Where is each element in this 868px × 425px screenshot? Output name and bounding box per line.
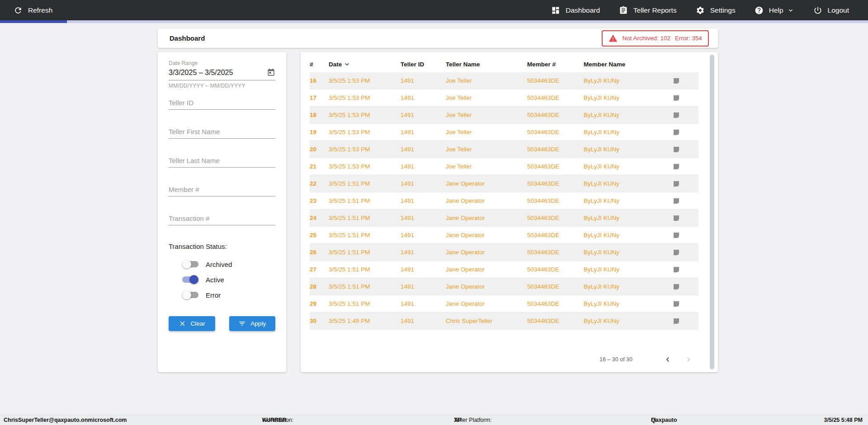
column-header-member-name[interactable]: Member Name xyxy=(584,61,670,68)
nav-help[interactable]: Help xyxy=(755,6,794,15)
note-icon[interactable] xyxy=(672,111,680,119)
row-member-num: 5034463DE xyxy=(527,318,584,324)
row-number: 26 xyxy=(310,249,329,256)
table-row[interactable]: 21 3/5/25 1:53 PM 1491 Joe Teller 503446… xyxy=(310,158,698,175)
row-date: 3/5/25 1:51 PM xyxy=(329,266,401,273)
row-member-name: ByLyJI KUNy xyxy=(584,232,670,238)
note-icon[interactable] xyxy=(672,77,680,85)
pagination-prev-button[interactable] xyxy=(663,355,672,364)
row-date: 3/5/25 1:53 PM xyxy=(329,129,401,135)
row-member-name: ByLyJI KUNy xyxy=(584,266,670,273)
table-row[interactable]: 19 3/5/25 1:53 PM 1491 Joe Teller 503446… xyxy=(310,124,698,141)
chevron-right-icon xyxy=(684,355,693,364)
nav-logout[interactable]: Logout xyxy=(813,6,849,15)
note-icon[interactable] xyxy=(672,145,680,154)
toggle-switch[interactable] xyxy=(182,276,198,283)
table-row[interactable]: 20 3/5/25 1:53 PM 1491 Joe Teller 503446… xyxy=(310,141,698,158)
row-date: 3/5/25 1:51 PM xyxy=(329,249,401,256)
column-header-teller-id[interactable]: Teller ID xyxy=(401,61,446,68)
table-row[interactable]: 16 3/5/25 1:53 PM 1491 Joe Teller 503446… xyxy=(310,72,698,89)
table-row[interactable]: 26 3/5/25 1:51 PM 1491 Jane Operator 503… xyxy=(310,244,698,261)
toggle-archived[interactable]: Archived xyxy=(169,257,275,272)
pagination-next-button[interactable] xyxy=(684,355,693,364)
date-range-field[interactable]: 3/3/2025 – 3/5/2025 xyxy=(169,68,275,80)
row-teller-name: Joe Teller xyxy=(446,94,527,101)
row-date: 3/5/25 1:53 PM xyxy=(329,146,401,153)
column-header-teller-name[interactable]: Teller Name xyxy=(446,61,527,68)
row-teller-id: 1491 xyxy=(401,197,446,204)
column-header-member-num[interactable]: Member # xyxy=(527,61,584,68)
refresh-button[interactable]: Refresh xyxy=(14,6,52,15)
note-icon[interactable] xyxy=(672,163,680,171)
table-row[interactable]: 18 3/5/25 1:53 PM 1491 Joe Teller 503446… xyxy=(310,107,698,124)
row-member-name: ByLyJI KUNy xyxy=(584,77,670,84)
row-note-cell xyxy=(670,111,698,119)
row-note-cell xyxy=(670,283,698,291)
note-icon[interactable] xyxy=(672,231,680,239)
member-number-field[interactable] xyxy=(169,183,275,196)
calendar-icon[interactable] xyxy=(267,68,275,77)
note-icon[interactable] xyxy=(672,214,680,222)
table-row[interactable]: 22 3/5/25 1:51 PM 1491 Jane Operator 503… xyxy=(310,175,698,192)
column-header-date[interactable]: Date xyxy=(329,61,401,68)
table-scrollbar[interactable] xyxy=(710,55,714,369)
table-row[interactable]: 27 3/5/25 1:51 PM 1491 Jane Operator 503… xyxy=(310,261,698,278)
refresh-label: Refresh xyxy=(28,6,52,14)
row-teller-name: Joe Teller xyxy=(446,112,527,118)
gear-icon xyxy=(696,6,705,15)
table-row[interactable]: 23 3/5/25 1:51 PM 1491 Jane Operator 503… xyxy=(310,192,698,210)
row-member-num: 5034463DE xyxy=(527,266,584,273)
row-number: 30 xyxy=(310,318,329,324)
row-number: 27 xyxy=(310,266,329,273)
row-note-cell xyxy=(670,94,698,102)
table-row[interactable]: 28 3/5/25 1:51 PM 1491 Jane Operator 503… xyxy=(310,278,698,295)
row-teller-name: Jane Operator xyxy=(446,300,527,307)
row-note-cell xyxy=(670,163,698,171)
note-icon[interactable] xyxy=(672,180,680,188)
table-row[interactable]: 17 3/5/25 1:53 PM 1491 Joe Teller 503446… xyxy=(310,89,698,107)
row-note-cell xyxy=(670,145,698,154)
table-row[interactable]: 30 3/5/25 1:49 PM 1491 Chris SuperTeller… xyxy=(310,313,698,330)
row-member-name: ByLyJI KUNy xyxy=(584,197,670,204)
toggle-active[interactable]: Active xyxy=(169,272,275,287)
toggle-switch[interactable] xyxy=(182,261,198,267)
teller-first-name-field[interactable] xyxy=(169,125,275,139)
row-number: 16 xyxy=(310,77,329,84)
row-date: 3/5/25 1:51 PM xyxy=(329,215,401,221)
note-icon[interactable] xyxy=(672,94,680,102)
note-icon[interactable] xyxy=(672,283,680,291)
note-icon[interactable] xyxy=(672,197,680,205)
teller-last-name-field[interactable] xyxy=(169,154,275,168)
date-range-hint: MM/DD/YYYY – MM/DD/YYYY xyxy=(169,83,275,89)
row-number: 18 xyxy=(310,112,329,118)
note-icon[interactable] xyxy=(672,128,680,136)
toggle-error[interactable]: Error xyxy=(169,287,275,303)
apply-button[interactable]: Apply xyxy=(229,316,276,331)
toggle-knob xyxy=(182,260,191,269)
nav-teller-reports[interactable]: Teller Reports xyxy=(619,6,677,15)
row-member-name: ByLyJI KUNy xyxy=(584,249,670,256)
row-teller-name: Jane Operator xyxy=(446,266,527,273)
row-number: 22 xyxy=(310,180,329,187)
row-member-num: 5034463DE xyxy=(527,300,584,307)
row-member-num: 5034463DE xyxy=(527,112,584,118)
note-icon[interactable] xyxy=(672,300,680,308)
nav-settings[interactable]: Settings xyxy=(696,6,736,15)
table-row[interactable]: 25 3/5/25 1:51 PM 1491 Jane Operator 503… xyxy=(310,227,698,244)
note-icon[interactable] xyxy=(672,266,680,274)
table-row[interactable]: 24 3/5/25 1:51 PM 1491 Jane Operator 503… xyxy=(310,210,698,227)
row-date: 3/5/25 1:53 PM xyxy=(329,77,401,84)
note-icon[interactable] xyxy=(672,317,680,325)
teller-id-field[interactable] xyxy=(169,96,275,110)
row-member-num: 5034463DE xyxy=(527,163,584,170)
transaction-number-field[interactable] xyxy=(169,212,275,225)
top-nav: Refresh Dashboard Teller Reports Setting… xyxy=(0,0,868,20)
toggle-switch[interactable] xyxy=(182,292,198,298)
note-icon[interactable] xyxy=(672,248,680,257)
row-teller-name: Joe Teller xyxy=(446,163,527,170)
clear-button[interactable]: Clear xyxy=(169,316,215,331)
table-row[interactable]: 29 3/5/25 1:51 PM 1491 Jane Operator 503… xyxy=(310,295,698,313)
row-number: 23 xyxy=(310,197,329,204)
nav-dashboard[interactable]: Dashboard xyxy=(551,6,600,15)
column-header-num[interactable]: # xyxy=(310,61,329,68)
